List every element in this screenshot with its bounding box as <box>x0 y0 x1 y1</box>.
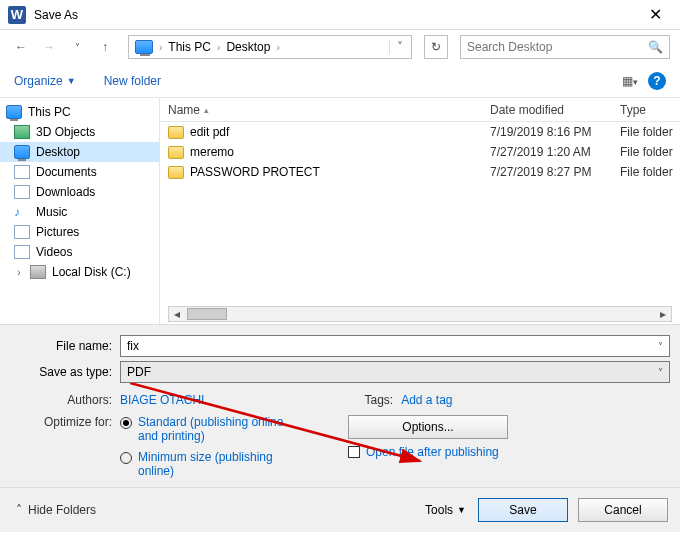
column-date[interactable]: Date modified <box>490 103 620 117</box>
nav-back-icon[interactable]: ← <box>10 36 32 58</box>
breadcrumb-folder[interactable]: Desktop <box>226 40 270 54</box>
list-item[interactable]: PASSWORD PROTECT 7/27/2019 8:27 PM File … <box>160 162 680 182</box>
savetype-dropdown[interactable]: PDF ˅ <box>120 361 670 383</box>
options-button[interactable]: Options... <box>348 415 508 439</box>
cube-icon <box>14 125 30 139</box>
authors-label: Authors: <box>10 393 112 407</box>
search-placeholder: Search Desktop <box>467 40 552 54</box>
horizontal-scrollbar[interactable]: ◂ ▸ <box>168 306 672 322</box>
tree-item-videos[interactable]: Videos <box>0 242 159 262</box>
chevron-down-icon: ▼ <box>67 76 76 86</box>
new-folder-button[interactable]: New folder <box>104 74 161 88</box>
authors-value[interactable]: BIAGE OTACHI <box>120 393 204 407</box>
tools-label: Tools <box>425 503 453 517</box>
breadcrumb-root[interactable]: This PC <box>168 40 211 54</box>
scroll-right-icon[interactable]: ▸ <box>655 307 671 321</box>
column-type[interactable]: Type <box>620 103 680 117</box>
chevron-right-icon: › <box>159 42 162 53</box>
organize-menu[interactable]: Organize ▼ <box>14 74 76 88</box>
filename-input[interactable]: fix ˅ <box>120 335 670 357</box>
open-after-label: Open file after publishing <box>366 445 499 459</box>
tree-item-label: Pictures <box>36 225 79 239</box>
chevron-down-icon[interactable]: ˅ <box>652 341 663 352</box>
help-icon[interactable]: ? <box>648 72 666 90</box>
checkbox-icon <box>348 446 360 458</box>
tree-root[interactable]: This PC <box>0 102 159 122</box>
scroll-thumb[interactable] <box>187 308 227 320</box>
file-name: edit pdf <box>190 125 229 139</box>
radio-icon <box>120 417 132 429</box>
close-icon[interactable]: ✕ <box>639 1 672 28</box>
optimize-label: Optimize for: <box>10 415 120 479</box>
chevron-right-icon: › <box>217 42 220 53</box>
file-type: File folder <box>620 145 680 159</box>
search-input[interactable]: Search Desktop 🔍 <box>460 35 670 59</box>
tree-item-documents[interactable]: Documents <box>0 162 159 182</box>
save-button-label: Save <box>509 503 536 517</box>
column-name[interactable]: Name ▴ <box>168 103 490 117</box>
nav-recent-icon[interactable]: ˅ <box>66 36 88 58</box>
thispc-icon <box>6 105 22 119</box>
file-name: PASSWORD PROTECT <box>190 165 320 179</box>
sort-asc-icon: ▴ <box>204 105 209 115</box>
chevron-right-icon: › <box>276 42 279 53</box>
breadcrumb[interactable]: › This PC › Desktop › ˅ <box>128 35 412 59</box>
tree-item-downloads[interactable]: Downloads <box>0 182 159 202</box>
scroll-left-icon[interactable]: ◂ <box>169 307 185 321</box>
filename-value: fix <box>127 339 652 353</box>
save-button[interactable]: Save <box>478 498 568 522</box>
options-button-label: Options... <box>402 420 453 434</box>
file-list: Name ▴ Date modified Type edit pdf 7/19/… <box>160 98 680 324</box>
new-folder-label: New folder <box>104 74 161 88</box>
chevron-down-icon[interactable]: ˅ <box>652 367 663 378</box>
nav-tree: This PC 3D Objects Desktop Documents Dow… <box>0 98 160 324</box>
tree-item-label: Desktop <box>36 145 80 159</box>
thispc-icon <box>135 40 153 54</box>
tree-item-label: Music <box>36 205 67 219</box>
list-item[interactable]: meremo 7/27/2019 1:20 AM File folder <box>160 142 680 162</box>
tree-item-pictures[interactable]: Pictures <box>0 222 159 242</box>
cancel-button-label: Cancel <box>604 503 641 517</box>
tree-item-3dobjects[interactable]: 3D Objects <box>0 122 159 142</box>
downloads-icon <box>14 185 30 199</box>
file-date: 7/19/2019 8:16 PM <box>490 125 620 139</box>
column-name-label: Name <box>168 103 200 117</box>
savetype-value: PDF <box>127 365 652 379</box>
savetype-label: Save as type: <box>10 365 120 379</box>
desktop-icon <box>14 145 30 159</box>
tools-menu[interactable]: Tools ▼ <box>425 503 466 517</box>
file-type: File folder <box>620 165 680 179</box>
optimize-minimum-radio[interactable]: Minimum size (publishing online) <box>120 450 288 479</box>
file-type: File folder <box>620 125 680 139</box>
chevron-up-icon: ˄ <box>16 503 22 517</box>
tree-item-label: 3D Objects <box>36 125 95 139</box>
folder-icon <box>168 166 184 179</box>
pictures-icon <box>14 225 30 239</box>
breadcrumb-dropdown-icon[interactable]: ˅ <box>389 40 405 54</box>
folder-icon <box>168 146 184 159</box>
list-item[interactable]: edit pdf 7/19/2019 8:16 PM File folder <box>160 122 680 142</box>
tree-root-label: This PC <box>28 105 71 119</box>
tree-item-label: Local Disk (C:) <box>52 265 131 279</box>
nav-up-icon[interactable]: ↑ <box>94 36 116 58</box>
tree-item-label: Videos <box>36 245 72 259</box>
tree-item-label: Downloads <box>36 185 95 199</box>
optimize-standard-radio[interactable]: Standard (publishing online and printing… <box>120 415 288 444</box>
tree-item-label: Documents <box>36 165 97 179</box>
optimize-standard-label: Standard (publishing online and printing… <box>138 415 288 444</box>
tags-label: Tags: <box>364 393 393 407</box>
tree-item-desktop[interactable]: Desktop <box>0 142 159 162</box>
optimize-minimum-label: Minimum size (publishing online) <box>138 450 288 479</box>
tags-value[interactable]: Add a tag <box>401 393 452 407</box>
music-icon: ♪ <box>14 205 30 219</box>
tree-item-music[interactable]: ♪ Music <box>0 202 159 222</box>
view-mode-icon[interactable]: ▦▾ <box>622 74 638 88</box>
folder-icon <box>168 126 184 139</box>
chevron-right-icon[interactable]: › <box>14 267 24 278</box>
cancel-button[interactable]: Cancel <box>578 498 668 522</box>
refresh-icon[interactable]: ↻ <box>424 35 448 59</box>
open-after-checkbox[interactable]: Open file after publishing <box>348 445 508 459</box>
hide-folders-toggle[interactable]: ˄ Hide Folders <box>16 503 96 517</box>
filename-label: File name: <box>10 339 120 353</box>
tree-item-localdisk[interactable]: › Local Disk (C:) <box>0 262 159 282</box>
